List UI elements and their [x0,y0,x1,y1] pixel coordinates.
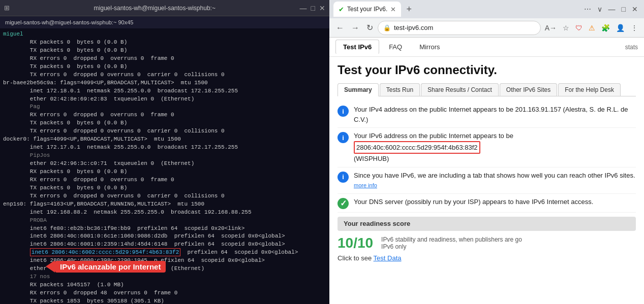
profile-button[interactable]: 👤 [614,23,627,33]
browser-content: Test your IPv6 connectivity. Summary Tes… [329,57,644,304]
browser-window-controls: ⋯ ∨ — □ ✕ [582,4,640,14]
terminal-line: TX errors 0 dropped 0 overruns 0 carrier… [3,192,326,200]
terminal-line: RX packets 0 bytes 0 (0.0 B) [3,39,326,47]
terminal-line: TX packets 0 bytes 0 (0.0 B) [3,47,326,55]
info-text-ipv6-sites: Since you have IPv6, we are including a … [354,171,636,190]
browser-panel: ✔ Test your IPv6. ✕ + ⋯ ∨ — □ ✕ ← → ↻ 🔒 … [329,0,644,304]
site-nav-label-test-ipv6: Test IPv6 [343,43,372,51]
site-nav-label-faq: FAQ [389,43,402,51]
terminal-line: RX packets 0 bytes 0 (0.0 B) [3,168,326,176]
inner-tab-label-help-desk: For the Help Desk [565,86,614,93]
terminal-line: inet 172.18.0.1 netmask 255.255.0.0 broa… [3,87,326,95]
test-data-link[interactable]: Test Data [374,254,402,262]
info-icon-ipv6-sites: i [338,172,349,183]
terminal-line: TX packets 0 bytes 0 (0.0 B) [3,184,326,192]
terminal-line: docker0: flags=4099<UP,BROADCAST,MULTICA… [3,136,326,144]
terminal-line: inet 172.17.0.1 netmask 255.255.0.0 broa… [3,144,326,152]
terminal-line: TX packets 0 bytes 0 (0.0 B) [3,119,326,127]
inner-tab-share[interactable]: Share Results / Contact [421,83,499,96]
url-security-icon: 🔒 [383,24,391,31]
test-data-label: Click to see [338,254,372,262]
terminal-line: TX errors 0 dropped 0 overruns 0 carrier… [3,127,326,136]
info-row-dns: ✓ Your DNS server (possibly run by your … [338,194,636,213]
browser-tab[interactable]: ✔ Test your IPv6. ✕ [333,2,401,17]
info-icon-ipv4: i [338,106,349,117]
terminal-panel: ⊞ miguel-santos-wh@miguel-santos-wisphub… [0,0,329,304]
test-data-row: Click to see Test Data [338,254,636,262]
site-nav-tab-faq[interactable]: FAQ [381,40,410,54]
shield-icon[interactable]: 🛡 [573,23,585,33]
terminal-icon: ⊞ [4,4,10,12]
info-row-ipv4: i Your IPv4 address on the public Intern… [338,102,636,128]
url-text: test-ipv6.com [394,24,433,31]
readiness-score: 10/10 [338,235,373,251]
inner-tabs: Summary Tests Run Share Results / Contac… [338,83,636,96]
browser-chevron-icon[interactable]: ∨ [595,4,604,14]
browser-toolbar: ← → ↻ 🔒 test-ipv6.com A→ ☆ 🛡 ⚠ 🧩 👤 ⋮ [329,18,644,38]
inner-tab-help-desk[interactable]: For the Help Desk [558,83,621,96]
info-text-ipv6: Your IPv6 address on the public Internet… [354,131,636,164]
address-bar[interactable]: 🔒 test-ipv6.com [378,21,541,35]
info-row-ipv6-sites: i Since you have IPv6, we are including … [338,167,636,194]
new-tab-button[interactable]: + [404,4,414,15]
terminal-line: RX errors 0 dropped 0 overruns 0 frame 0 [3,55,326,63]
terminal-line: inet6 fe80::eb2b:bc36:1f9e:bb9 prefixlen… [3,225,326,233]
terminal-line: inet 192.168.88.2 netmask 255.255.255.0 … [3,209,326,217]
inner-tab-label-other-sites: Other IPv6 Sites [506,86,550,93]
terminal-line: miguel [3,30,326,39]
minimize-button[interactable]: — [300,4,307,12]
terminal-line: ether 60:18:95:1c:d2:4d txqueuelen 1000 … [3,265,326,273]
terminal-line: inet6 2806:40c:6002:cccc:5d29:954f:4b63:… [3,249,326,257]
browser-close-button[interactable]: ✕ [630,4,640,14]
terminal-line: ether 02:42:96:3c:c0:71 txqueuelen 0 (Et… [3,160,326,168]
terminal-line: RX errors 0 dropped 48 overruns 0 frame … [3,289,326,297]
info-text-ipv4: Your IPv4 address on the public Internet… [354,105,636,124]
readiness-desc: IPv6 stability and readiness, when publi… [381,236,524,250]
terminal-line: TX packets 0 bytes 0 (0.0 B) [3,63,326,71]
tab-close-button[interactable]: ✕ [390,6,396,13]
menu-button[interactable]: ⋮ [629,23,640,33]
terminal-line: TX packets 1853 bytes 305188 (305.1 KB) [3,297,326,304]
browser-minimize-button[interactable]: — [606,4,618,14]
maximize-button[interactable]: □ [311,4,315,12]
terminal-line: RX packets 1045157 (1.0 MB) [3,281,326,289]
terminal-title: miguel-santos-wh@miguel-santos-wisphub:~ [10,5,300,12]
inner-tab-label-summary: Summary [344,86,372,93]
translate-button[interactable]: A→ [543,23,559,33]
browser-more-icon[interactable]: ⋯ [582,4,593,14]
more-info-link[interactable]: more info [354,182,377,188]
inner-tab-summary[interactable]: Summary [338,83,379,96]
back-button[interactable]: ← [333,22,347,33]
inner-tab-label-share: Share Results / Contact [427,86,492,93]
ipv6-address-highlight: 2806:40c:6002:cccc:5d29:954f:4b63:83f2 [354,141,480,154]
tab-favicon-icon: ✔ [339,6,344,13]
terminal-line: TX errors 0 dropped 0 overruns 0 carrier… [3,71,326,79]
terminal-controls[interactable]: — □ ✕ [300,4,325,12]
terminal-line: Pag [3,103,326,111]
warning-icon[interactable]: ⚠ [587,23,597,33]
info-icon-dns: ✓ [338,198,349,209]
info-icon-ipv6: i [338,132,349,143]
terminal-line: 17 nos [3,273,326,281]
terminal-line: PipJos [3,152,326,160]
close-button[interactable]: ✕ [319,4,325,12]
browser-maximize-button[interactable]: □ [620,4,628,14]
site-nav-tab-mirrors[interactable]: Mirrors [412,40,447,54]
site-nav-tab-test-ipv6[interactable]: Test IPv6 [335,40,379,54]
reload-button[interactable]: ↻ [364,22,376,33]
inner-tab-tests-run[interactable]: Tests Run [380,83,420,96]
terminal-line: PROBA [3,217,326,225]
terminal-line: br-baee2be56c9a: flags=4099<UP,BROADCAST… [3,79,326,87]
readiness-bar: Your readiness score [338,217,636,231]
stats-button[interactable]: stats [625,44,638,51]
toolbar-icons: A→ ☆ 🛡 ⚠ 🧩 👤 ⋮ [543,23,640,33]
info-text-dns: Your DNS server (possibly run by your IS… [354,197,636,207]
extensions-button[interactable]: 🧩 [599,23,612,33]
terminal-tab[interactable]: miguel-santos-wh@miguel-santos-wisphub:~… [0,16,329,28]
readiness-bar-label: Your readiness score [344,220,410,227]
bookmark-button[interactable]: ☆ [561,23,571,33]
terminal-line: ether 02:42:8e:69:e2:83 txqueuelen 0 (Et… [3,95,326,104]
inner-tab-other-sites[interactable]: Other IPv6 Sites [500,83,557,96]
terminal-line: inet6 2806:40c:6000:c398c:2290:1945 p ef… [3,257,326,265]
forward-button[interactable]: → [349,22,362,33]
